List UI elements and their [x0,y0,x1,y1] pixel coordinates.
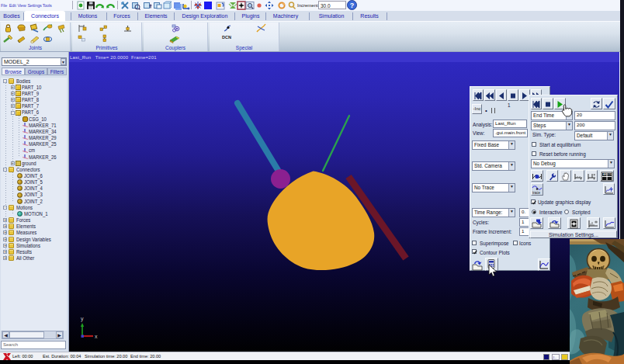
svg-text:AB: AB [603,173,607,176]
svg-text:CD: CD [608,173,612,176]
svg-text:trace: trace [532,191,541,195]
svg-text:?: ? [350,2,355,9]
svg-text:y: y [81,316,84,322]
svg-text:x: x [95,334,98,339]
